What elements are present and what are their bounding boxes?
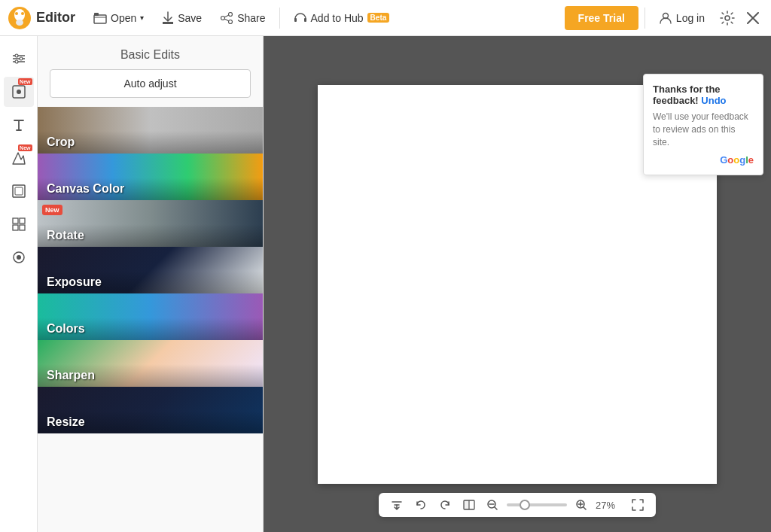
svg-rect-6 xyxy=(94,13,99,16)
svg-rect-36 xyxy=(464,500,469,509)
svg-rect-31 xyxy=(20,225,25,230)
redo-icon xyxy=(439,499,451,511)
google-branding: Google xyxy=(653,154,754,166)
svg-rect-30 xyxy=(13,225,18,230)
svg-rect-29 xyxy=(20,218,25,223)
svg-line-43 xyxy=(584,507,586,509)
edit-option-label-3: Exposure xyxy=(38,271,263,293)
zoom-slider[interactable] xyxy=(507,503,567,506)
tool-text[interactable] xyxy=(4,110,34,140)
svg-point-1 xyxy=(14,9,25,21)
zoom-percentage: 27% xyxy=(596,500,623,511)
user-icon xyxy=(659,11,672,25)
edit-option-crop[interactable]: Crop xyxy=(38,107,263,154)
tool-grids[interactable] xyxy=(4,209,34,239)
login-button[interactable]: Log in xyxy=(651,7,712,29)
zoom-in-button[interactable] xyxy=(573,498,590,512)
settings-button[interactable] xyxy=(715,6,739,30)
edit-option-sharpen[interactable]: Sharpen xyxy=(38,340,263,387)
undo-icon xyxy=(415,499,427,511)
edit-option-label-1: Canvas Color xyxy=(38,178,263,200)
ad-popup-undo-link[interactable]: Undo xyxy=(701,95,726,106)
svg-rect-12 xyxy=(294,18,297,22)
edit-options-list: CropCanvas ColorNewRotateExposureColorsS… xyxy=(38,107,263,433)
svg-point-8 xyxy=(229,20,233,23)
ad-popup-body: We'll use your feedback to review ads on… xyxy=(653,111,754,148)
svg-point-23 xyxy=(15,60,18,63)
fullscreen-button[interactable] xyxy=(629,497,647,512)
svg-point-7 xyxy=(229,12,233,16)
svg-point-4 xyxy=(16,20,23,26)
svg-rect-13 xyxy=(304,18,306,22)
share-button[interactable]: Share xyxy=(212,8,273,29)
svg-point-15 xyxy=(725,16,730,20)
open-chevron-icon: ▾ xyxy=(140,14,144,22)
logo-area: Editor xyxy=(8,6,75,30)
edit-option-canvas-color[interactable]: Canvas Color xyxy=(38,154,263,200)
close-button[interactable] xyxy=(742,8,763,29)
edit-option-rotate[interactable]: NewRotate xyxy=(38,200,263,247)
edit-option-label-4: Colors xyxy=(38,318,263,340)
tool-elements[interactable] xyxy=(4,242,34,272)
side-panel: Basic Edits Auto adjust CropCanvas Color… xyxy=(38,36,264,532)
edit-option-label-5: Sharpen xyxy=(38,364,263,387)
svg-point-2 xyxy=(15,12,18,15)
panel-title: Basic Edits xyxy=(38,36,263,69)
header-divider-2 xyxy=(645,8,645,29)
svg-point-3 xyxy=(21,12,24,15)
header-divider-1 xyxy=(279,8,280,29)
compare-button[interactable] xyxy=(460,497,478,512)
header: Editor Open ▾ Save Share xyxy=(0,0,771,36)
svg-line-10 xyxy=(224,15,229,17)
zoom-out-icon xyxy=(487,500,498,510)
svg-rect-27 xyxy=(15,187,23,195)
fullscreen-icon xyxy=(632,499,644,511)
close-icon xyxy=(747,12,759,24)
svg-point-9 xyxy=(221,16,225,20)
share-icon xyxy=(220,12,233,24)
zoom-out-button[interactable] xyxy=(484,498,501,512)
compare-icon xyxy=(463,499,475,511)
gear-icon xyxy=(720,11,735,26)
sort-icon xyxy=(391,499,403,511)
tool-effects[interactable]: New xyxy=(4,143,34,173)
svg-rect-28 xyxy=(13,218,18,223)
new-badge: New xyxy=(42,205,62,215)
edit-option-exposure[interactable]: Exposure xyxy=(38,247,263,293)
svg-point-22 xyxy=(20,57,23,60)
undo-button[interactable] xyxy=(412,497,430,512)
edit-option-label-2: Rotate xyxy=(38,224,263,247)
canvas-area: 27% Thanks for the feedback! Undo We'll … xyxy=(264,36,771,532)
sort-down-button[interactable] xyxy=(388,497,406,512)
edit-option-label-6: Resize xyxy=(38,411,263,433)
free-trial-button[interactable]: Free Trial xyxy=(565,6,638,30)
svg-rect-26 xyxy=(13,185,25,197)
svg-point-33 xyxy=(17,255,21,260)
logo-icon xyxy=(8,6,32,30)
svg-point-21 xyxy=(15,54,18,57)
svg-line-39 xyxy=(495,507,497,509)
svg-line-11 xyxy=(224,19,229,21)
edit-option-resize[interactable]: Resize xyxy=(38,387,263,433)
tool-basic-edits[interactable]: New xyxy=(4,77,34,107)
auto-adjust-button[interactable]: Auto adjust xyxy=(50,69,251,98)
add-to-hub-button[interactable]: Add to Hub Beta xyxy=(286,7,398,29)
tool-adjust[interactable] xyxy=(4,44,34,74)
tool-frames[interactable] xyxy=(4,176,34,206)
new-badge-effects: New xyxy=(18,144,32,151)
ad-popup-title: Thanks for the feedback! Undo xyxy=(653,84,754,106)
beta-badge: Beta xyxy=(367,13,390,23)
logo-text: Editor xyxy=(36,10,75,26)
open-button[interactable]: Open ▾ xyxy=(86,8,151,29)
google-text: Google xyxy=(720,154,754,166)
svg-point-25 xyxy=(17,90,21,94)
bottom-toolbar: 27% xyxy=(379,493,656,517)
edit-option-colors[interactable]: Colors xyxy=(38,293,263,340)
left-toolbar: New New xyxy=(0,36,38,532)
save-icon xyxy=(162,11,174,25)
open-icon xyxy=(93,12,107,24)
save-button[interactable]: Save xyxy=(154,7,209,29)
redo-button[interactable] xyxy=(436,497,454,512)
headphones-icon xyxy=(294,11,307,25)
svg-rect-5 xyxy=(94,15,106,23)
